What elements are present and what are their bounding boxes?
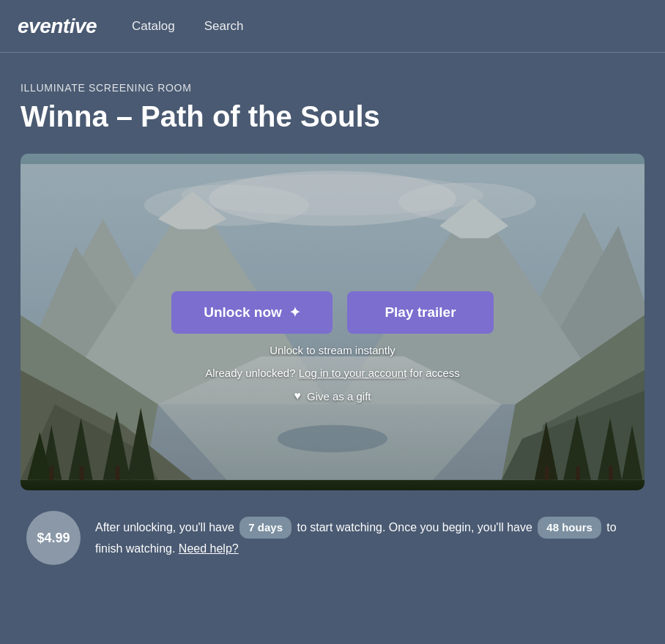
- pricing-section: $4.99 After unlocking, you'll have 7 day…: [21, 511, 644, 565]
- video-area: Unlock now ✦ Play trailer Unlock to stre…: [21, 154, 644, 490]
- unlock-now-button[interactable]: Unlock now ✦: [171, 291, 332, 334]
- gift-label: Give as a gift: [307, 390, 371, 402]
- header: eventive Catalog Search: [0, 0, 665, 53]
- nav-catalog[interactable]: Catalog: [132, 19, 175, 34]
- sparkle-icon: ✦: [289, 304, 300, 321]
- main-nav: Catalog Search: [132, 19, 243, 34]
- film-title: Winna – Path of the Souls: [21, 100, 644, 133]
- video-content: Unlock now ✦ Play trailer Unlock to stre…: [21, 291, 644, 402]
- pricing-text: After unlocking, you'll have 7 days to s…: [95, 511, 639, 558]
- action-buttons: Unlock now ✦ Play trailer: [171, 291, 494, 334]
- need-help-link[interactable]: Need help?: [179, 542, 239, 555]
- main-content: ILLUMINATE Screening Room Winna – Path o…: [0, 53, 665, 588]
- unlock-subtitle: Unlock to stream instantly: [270, 344, 395, 356]
- hours-badge: 48 hours: [538, 517, 601, 539]
- days-badge: 7 days: [239, 517, 291, 539]
- play-trailer-button[interactable]: Play trailer: [347, 291, 494, 334]
- gift-link[interactable]: ♥ Give as a gift: [294, 389, 371, 402]
- price-badge: $4.99: [26, 511, 81, 565]
- logo[interactable]: eventive: [18, 15, 97, 38]
- nav-search[interactable]: Search: [204, 19, 244, 34]
- login-link[interactable]: Log in to your account: [299, 367, 407, 379]
- already-unlocked-text: Already unlocked? Log in to your account…: [205, 367, 460, 379]
- screening-room-label: ILLUMINATE Screening Room: [21, 82, 644, 94]
- heart-icon: ♥: [294, 389, 301, 402]
- unlock-label: Unlock now: [204, 304, 282, 321]
